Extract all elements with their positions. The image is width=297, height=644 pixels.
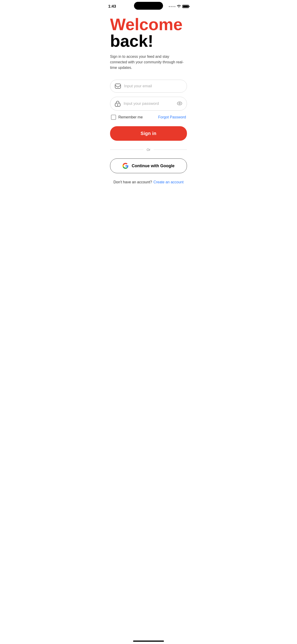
email-input-group: [110, 80, 187, 92]
email-icon: [115, 84, 121, 89]
svg-rect-0: [115, 84, 121, 88]
divider-line-left: [110, 150, 144, 150]
divider: Or: [110, 148, 187, 152]
battery-icon: [182, 5, 189, 8]
welcome-red-text: Welcome: [110, 15, 182, 34]
remember-me-label: Remember me: [118, 115, 143, 119]
svg-point-5: [179, 103, 180, 104]
signal-icon: [169, 6, 176, 7]
toggle-password-icon[interactable]: [177, 101, 182, 106]
form-section: Remember me Forgot Password Sign in Or C…: [110, 80, 187, 184]
forgot-password-link[interactable]: Forgot Password: [158, 115, 186, 119]
divider-text: Or: [147, 148, 150, 152]
welcome-subtitle: Sign in to access your feed and stay con…: [110, 54, 187, 70]
signin-button[interactable]: Sign in: [110, 126, 187, 141]
password-input[interactable]: [124, 101, 174, 106]
google-button-label: Continue with Google: [132, 164, 174, 168]
welcome-black-text: back!: [110, 32, 153, 50]
create-account-link[interactable]: Create an account: [153, 180, 184, 184]
status-time: 1:43: [108, 4, 116, 9]
status-icons: [169, 4, 189, 8]
notch: [134, 2, 163, 10]
create-account-row: Don't have an account? Create an account: [110, 180, 187, 184]
divider-line-right: [154, 150, 187, 150]
main-content: Welcome back! Sign in to access your fee…: [104, 12, 194, 194]
password-input-group: [110, 97, 187, 110]
google-logo-icon: [122, 163, 128, 169]
welcome-title: Welcome back!: [110, 16, 187, 49]
remember-me-group[interactable]: Remember me: [111, 115, 143, 120]
welcome-section: Welcome back! Sign in to access your fee…: [110, 16, 187, 70]
wifi-icon: [177, 4, 181, 8]
svg-point-4: [177, 102, 182, 105]
password-icon: [115, 101, 120, 107]
google-signin-button[interactable]: Continue with Google: [110, 158, 187, 173]
email-input[interactable]: [124, 84, 182, 88]
remember-me-checkbox[interactable]: [111, 115, 116, 120]
status-bar: 1:43: [104, 0, 194, 12]
no-account-text: Don't have an account?: [114, 180, 152, 184]
options-row: Remember me Forgot Password: [111, 115, 186, 120]
